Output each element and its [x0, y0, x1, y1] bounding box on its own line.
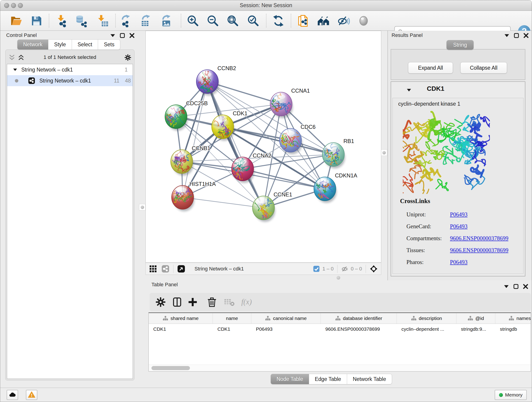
tab-node-table[interactable]: Node Table [271, 374, 309, 384]
float-panel-icon[interactable] [513, 283, 519, 289]
crosslink-tissues-link[interactable]: 9606.ENSP00000378699 [450, 247, 508, 254]
crosslink-genecard-link[interactable]: P06493 [450, 223, 467, 230]
network-canvas[interactable]: CCNB2CCNA1CDC25BCDK1CDC6RB1CCNB1CCNA2CDK… [146, 31, 381, 263]
edge-count: 48 [125, 78, 131, 84]
cloud-button[interactable] [7, 390, 18, 400]
import-network-from-database-button[interactable] [75, 14, 88, 27]
hide-selected-button[interactable] [337, 14, 350, 27]
fit-selection-icon[interactable] [370, 265, 378, 273]
create-column-button[interactable] [187, 297, 198, 307]
column-header-database-identifier[interactable]: database identifier [321, 313, 397, 324]
string-home-button[interactable] [317, 14, 330, 27]
gene-section: CDK1 cyclin–dependent kinase 1 CrossLink… [391, 81, 525, 276]
control-panel-tabs: NetworkStyleSelectSets [17, 39, 120, 50]
crosslink-compartments-link[interactable]: 9606.ENSP00000378699 [450, 235, 508, 242]
tab-string[interactable]: String [447, 40, 474, 50]
network-row[interactable]: String Network – cdk1 11 48 [7, 75, 133, 86]
collapse-all-button[interactable]: Collapse All [460, 62, 507, 74]
delete-columns-button[interactable] [206, 297, 217, 307]
export-network-button[interactable] [120, 14, 133, 27]
network-node-CCNA1[interactable]: CCNA1 [265, 86, 310, 121]
table-cell[interactable]: CDK1 [149, 324, 213, 334]
network-node-HIST1H1A[interactable]: HIST1H1A [168, 181, 216, 211]
save-session-button[interactable] [30, 14, 43, 27]
left-splitter-handle[interactable] [139, 204, 146, 211]
exporttable-icon [140, 14, 152, 27]
column-header-name[interactable]: name [213, 313, 251, 324]
horizontal-splitter-handle[interactable] [336, 276, 340, 280]
exportnet-icon [120, 14, 133, 27]
expand-all-button[interactable]: Expand All [408, 62, 453, 74]
import-network-from-file-button[interactable] [56, 14, 69, 27]
table-cell[interactable]: cyclin–dependent ... [397, 324, 456, 334]
crosslink-pharos-link[interactable]: P06493 [450, 259, 467, 265]
show-columns-button[interactable] [172, 297, 183, 307]
zoom-selected-button[interactable] [247, 14, 259, 27]
panel-menu-icon[interactable] [504, 32, 510, 38]
warnings-button[interactable] [26, 390, 37, 400]
zoom-in-button[interactable] [186, 14, 199, 27]
float-panel-icon[interactable] [119, 32, 125, 38]
close-panel-icon[interactable] [129, 32, 135, 38]
table-cell[interactable]: P06493 [251, 324, 321, 334]
zoom-fit-button[interactable] [226, 14, 239, 27]
table-options-button[interactable] [155, 297, 166, 307]
tab-network-table[interactable]: Network Table [347, 374, 392, 384]
tab-select[interactable]: Select [72, 39, 98, 50]
column-header-description[interactable]: description [397, 313, 456, 324]
column-header--id[interactable]: @id [456, 313, 495, 324]
table-row[interactable]: CDK1CDK1P064939606.ENSP00000378699cyclin… [149, 324, 531, 334]
zoom-out-button[interactable] [206, 14, 219, 27]
control-panel-title: Control Panel [6, 32, 37, 38]
selection-checkbox-icon[interactable] [313, 265, 320, 273]
crosslinks-title: CrossLinks [400, 198, 430, 205]
tab-style[interactable]: Style [48, 39, 72, 50]
crosslink-uniprot-link[interactable]: P06493 [450, 211, 467, 218]
panel-menu-icon[interactable] [503, 283, 509, 289]
zoomin-icon [186, 14, 199, 27]
import-table-from-file-button[interactable] [96, 14, 109, 27]
network-view-icon[interactable] [161, 265, 170, 273]
export-image-button[interactable] [160, 14, 173, 27]
float-panel-icon[interactable] [513, 32, 519, 38]
close-panel-icon[interactable] [523, 283, 529, 289]
grid-view-icon[interactable] [149, 265, 157, 273]
crosslink-row: Tissues:9606.ENSP00000378699 [406, 247, 521, 256]
importdb-icon [75, 14, 88, 27]
network-node-CCNE1[interactable]: CCNE1 [243, 191, 292, 227]
floppy-icon [30, 14, 43, 27]
scrollbar-thumb[interactable] [152, 366, 190, 370]
tab-network[interactable]: Network [17, 39, 48, 50]
column-header-shared-name[interactable]: shared name [149, 313, 213, 324]
right-splitter-handle[interactable] [381, 149, 387, 156]
svg-text:f(x): f(x) [241, 298, 252, 306]
network-collection-row[interactable]: String Network – cdk1 1 [7, 64, 133, 75]
table-cell[interactable]: 9606.ENSP00000378699 [321, 324, 397, 334]
title-bar: Session: New Session [0, 0, 532, 11]
network-node-CCNB2[interactable]: CCNB2 [196, 65, 236, 99]
tab-edge-table[interactable]: Edge Table [309, 374, 347, 384]
apply-layout-button[interactable] [272, 14, 285, 27]
export-table-button[interactable] [140, 14, 152, 27]
network-node-CDC25B[interactable]: CDC25B [162, 100, 208, 131]
collapse-gene-icon[interactable] [406, 87, 412, 93]
tab-sets[interactable]: Sets [98, 39, 120, 50]
crosslink-row: GeneCard:P06493 [406, 223, 521, 232]
close-panel-icon[interactable] [523, 32, 529, 38]
show-all-button[interactable] [357, 14, 370, 27]
table-horizontal-scrollbar[interactable] [149, 365, 531, 371]
open-session-button[interactable] [10, 14, 23, 27]
string-import-button[interactable] [297, 14, 310, 27]
memory-button[interactable]: Memory [495, 390, 527, 400]
column-header-canonical-name[interactable]: canonical name [251, 313, 321, 324]
table-cell[interactable]: stringdb:9... [456, 324, 495, 334]
network-node-RB1[interactable]: RB1 [317, 138, 354, 170]
network-options-gear-icon[interactable] [124, 54, 132, 61]
birds-eye-view-icon[interactable] [177, 265, 185, 273]
table-cell[interactable]: stringdb [495, 324, 531, 334]
column-header-namespace[interactable]: namespace [495, 313, 531, 324]
table-cell[interactable]: CDK1 [213, 324, 251, 334]
collapse-branch-icon[interactable] [13, 67, 18, 72]
panel-menu-icon[interactable] [110, 32, 116, 38]
results-panel-title: Results Panel [392, 32, 423, 38]
